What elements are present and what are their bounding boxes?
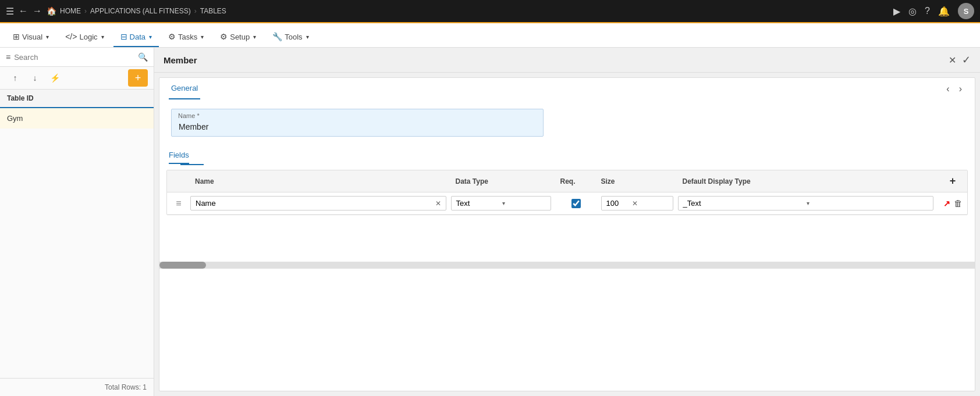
search-input[interactable] xyxy=(14,53,134,62)
avatar[interactable]: S xyxy=(958,3,974,19)
main-layout: ≡ 🔍 ↑ ↓ ⚡ + Table ID Gym Total Rows: 1 M… xyxy=(0,48,980,396)
visual-arrow: ▾ xyxy=(46,34,49,40)
secondary-nav: ⊞ Visual ▾ </> Logic ▾ ⊟ Data ▾ ⚙ Tasks … xyxy=(0,23,980,48)
tab-general[interactable]: General xyxy=(169,78,200,99)
search-icon-button[interactable]: 🔍 xyxy=(138,52,148,62)
add-table-button[interactable]: + xyxy=(128,69,148,87)
breadcrumb-sep1: › xyxy=(84,7,87,15)
top-nav-right-icons: ▶ ◎ ? 🔔 S xyxy=(893,3,974,19)
menu-icon[interactable]: ☰ xyxy=(6,6,14,17)
top-nav-bar: ☰ ← → 🏠 HOME › APPLICATIONS (ALL FITNESS… xyxy=(0,0,980,23)
col-req-header: Req. xyxy=(556,177,596,185)
app-label[interactable]: APPLICATIONS (ALL FITNESS) xyxy=(90,7,191,15)
name-field-label: Name * xyxy=(178,112,200,119)
bell-icon[interactable]: 🔔 xyxy=(938,6,950,17)
logic-arrow: ▾ xyxy=(101,34,104,40)
display-type-select[interactable]: _Text ▾ xyxy=(678,196,934,211)
panel-tabs: General xyxy=(169,78,212,99)
fields-tab-underline xyxy=(180,164,204,165)
size-input[interactable] xyxy=(606,199,630,208)
breadcrumb: 🏠 HOME › APPLICATIONS (ALL FITNESS) › TA… xyxy=(47,6,226,16)
size-clear-icon[interactable]: ✕ xyxy=(632,199,638,208)
table-id-header: Table ID xyxy=(0,90,154,108)
display-type-dropdown-arrow: ▾ xyxy=(807,200,928,206)
panel-nav-arrows: ‹ › xyxy=(943,83,965,95)
list-item[interactable]: Gym xyxy=(0,108,154,129)
tab-logic[interactable]: </> Logic ▾ xyxy=(58,27,111,47)
tab-tasks-label: Tasks xyxy=(178,33,197,41)
col-size-header: Size xyxy=(596,177,678,185)
col-name-header: Name xyxy=(190,177,451,185)
total-rows-footer: Total Rows: 1 xyxy=(0,378,154,396)
name-field-input[interactable] xyxy=(171,109,544,137)
upload-button[interactable]: ↑ xyxy=(6,70,24,86)
download-button[interactable]: ↓ xyxy=(26,70,44,86)
search-icon[interactable]: ◎ xyxy=(908,6,917,17)
tables-label[interactable]: TABLES xyxy=(200,7,226,15)
tab-data[interactable]: ⊟ Data ▾ xyxy=(113,27,159,47)
search-bar-container: ≡ 🔍 xyxy=(0,48,154,67)
add-field-button[interactable]: + xyxy=(938,175,967,187)
field-name-value[interactable] xyxy=(196,199,432,208)
home-label[interactable]: HOME xyxy=(60,7,81,15)
field-name-clear-icon[interactable]: ✕ xyxy=(435,199,441,208)
name-field-container: Name * xyxy=(159,99,975,146)
fields-table: Name Data Type Req. Size Default Display… xyxy=(166,170,968,215)
tab-data-label: Data xyxy=(130,33,145,41)
left-panel: ≡ 🔍 ↑ ↓ ⚡ + Table ID Gym Total Rows: 1 xyxy=(0,48,154,396)
display-type-value: _Text xyxy=(683,199,805,208)
req-checkbox-container xyxy=(556,199,596,208)
scrollbar-thumb[interactable] xyxy=(159,262,206,269)
panel-header-actions: ✕ ✓ xyxy=(949,53,971,66)
data-arrow: ▾ xyxy=(149,34,152,40)
tab-setup-label: Setup xyxy=(230,33,250,41)
col-displaytype-header: Default Display Type xyxy=(678,177,939,185)
help-icon[interactable]: ? xyxy=(925,6,930,16)
visual-icon: ⊞ xyxy=(13,32,20,41)
close-icon[interactable]: ✕ xyxy=(949,55,956,66)
tools-arrow: ▾ xyxy=(306,34,309,40)
fields-table-header: Name Data Type Req. Size Default Display… xyxy=(167,170,967,192)
panel-content: General ‹ › Name * Fields xyxy=(159,77,975,391)
back-button[interactable]: ← xyxy=(19,6,28,16)
lightning-button[interactable]: ⚡ xyxy=(45,70,64,86)
delete-row-button[interactable]: 🗑 xyxy=(954,198,963,208)
req-checkbox[interactable] xyxy=(571,199,581,208)
tab-visual-label: Visual xyxy=(22,33,42,41)
tab-tools[interactable]: 🔧 Tools ▾ xyxy=(265,27,315,47)
tab-logic-label: Logic xyxy=(79,33,97,41)
drag-handle[interactable]: ≡ xyxy=(167,198,190,209)
check-icon[interactable]: ✓ xyxy=(962,53,971,66)
filter-icon[interactable]: ≡ xyxy=(6,52,10,62)
row-actions: ↗ 🗑 xyxy=(938,198,967,208)
data-type-value: Text xyxy=(456,199,500,208)
data-type-dropdown-arrow: ▾ xyxy=(502,200,546,206)
panel-title: Member xyxy=(164,55,197,65)
horizontal-scrollbar[interactable] xyxy=(159,262,975,269)
toolbar-row: ↑ ↓ ⚡ + xyxy=(0,67,154,90)
panel-header: Member ✕ ✓ xyxy=(154,48,980,73)
logic-icon: </> xyxy=(65,32,77,41)
play-icon[interactable]: ▶ xyxy=(893,6,900,17)
tab-setup[interactable]: ⚙ Setup ▾ xyxy=(213,27,263,47)
data-icon: ⊟ xyxy=(120,32,127,41)
tab-tasks[interactable]: ⚙ Tasks ▾ xyxy=(161,27,211,47)
tab-visual[interactable]: ⊞ Visual ▾ xyxy=(6,27,56,47)
next-arrow-button[interactable]: › xyxy=(956,83,965,95)
add-row-arrow-icon[interactable]: ↗ xyxy=(943,199,950,208)
size-input-container[interactable]: ✕ xyxy=(601,196,673,211)
home-icon: 🏠 xyxy=(47,6,56,16)
tab-tools-label: Tools xyxy=(285,33,302,41)
forward-button[interactable]: → xyxy=(33,6,42,16)
right-panel: Member ✕ ✓ General ‹ › Name * xyxy=(154,48,980,396)
field-name-input[interactable]: ✕ xyxy=(190,196,446,211)
fields-tab-header: Fields xyxy=(159,146,975,165)
tasks-arrow: ▾ xyxy=(201,34,204,40)
data-type-select[interactable]: Text ▾ xyxy=(451,196,551,211)
tab-fields[interactable]: Fields xyxy=(169,146,189,164)
tasks-icon: ⚙ xyxy=(168,32,176,41)
setup-icon: ⚙ xyxy=(220,32,228,41)
prev-arrow-button[interactable]: ‹ xyxy=(943,83,953,95)
tools-icon: 🔧 xyxy=(272,32,282,41)
setup-arrow: ▾ xyxy=(253,34,256,40)
